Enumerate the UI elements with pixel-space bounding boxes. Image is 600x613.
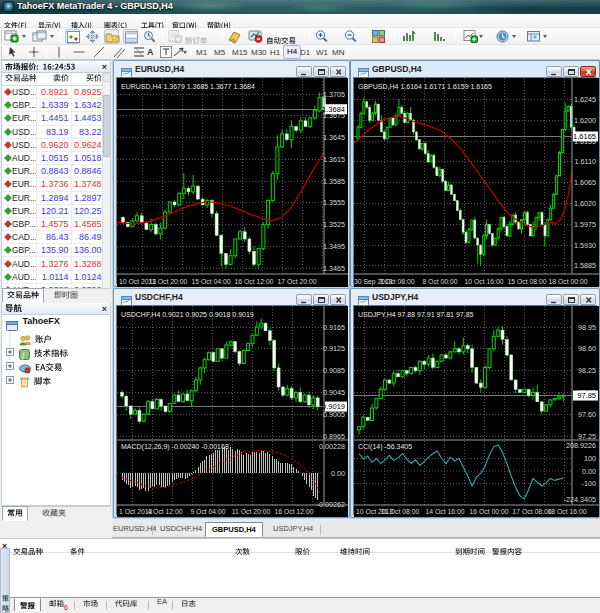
svg-text:EURUSD,H4 1.3679 1.3685 1.3677: EURUSD,H4 1.3679 1.3685 1.3677 1.3684 — [121, 83, 255, 90]
svg-text:1.3555: 1.3555 — [323, 198, 345, 207]
svg-text:9 Oct 04:00: 9 Oct 04:00 — [190, 508, 225, 515]
svg-text:18 Oct 00:00: 18 Oct 00:00 — [549, 278, 588, 285]
svg-text:11 Oct 20:00: 11 Oct 20:00 — [232, 508, 271, 515]
svg-text:4 Oct 12:00: 4 Oct 12:00 — [147, 508, 182, 515]
svg-text:11 Oct 08:00: 11 Oct 08:00 — [381, 508, 420, 515]
svg-text:-224.3405: -224.3405 — [564, 495, 596, 504]
svg-text:16 Oct 00:00: 16 Oct 00:00 — [470, 508, 509, 515]
svg-text:0.9165: 0.9165 — [323, 323, 345, 332]
svg-text:1.3495: 1.3495 — [323, 242, 345, 251]
svg-text:97.85: 97.85 — [577, 391, 596, 400]
svg-text:1.5930: 1.5930 — [574, 241, 596, 250]
svg-text:0.8965: 0.8965 — [323, 432, 345, 441]
svg-text:1.5975: 1.5975 — [574, 220, 596, 229]
svg-text:0.9019: 0.9019 — [322, 402, 345, 411]
svg-text:16 Oct 12:00: 16 Oct 12:00 — [235, 278, 274, 285]
svg-text:98.95: 98.95 — [578, 323, 596, 332]
svg-text:100: 100 — [584, 454, 596, 463]
svg-text:1.6020: 1.6020 — [574, 199, 596, 208]
svg-text:-0.00262: -0.00262 — [317, 500, 345, 509]
svg-text:1.3615: 1.3615 — [323, 155, 345, 164]
svg-text:1.6110: 1.6110 — [575, 157, 596, 166]
svg-text:98.25: 98.25 — [578, 366, 596, 375]
svg-text:1.3705: 1.3705 — [323, 90, 345, 99]
svg-text:18 Oct 16:00: 18 Oct 16:00 — [548, 508, 587, 515]
svg-text:1.6245: 1.6245 — [574, 95, 596, 104]
svg-text:15 Oct 04:00: 15 Oct 04:00 — [192, 278, 231, 285]
svg-text:10 Oct 16:00: 10 Oct 16:00 — [465, 278, 504, 285]
svg-text:97.25: 97.25 — [578, 432, 596, 441]
svg-text:1.5885: 1.5885 — [574, 261, 596, 270]
svg-text:1.3525: 1.3525 — [323, 220, 345, 229]
svg-text:-100: -100 — [582, 479, 596, 488]
svg-text:8 Oct 00:00: 8 Oct 00:00 — [422, 278, 457, 285]
svg-text:CCI(14) -56.3405: CCI(14) -56.3405 — [358, 443, 412, 451]
svg-text:0.00: 0.00 — [331, 469, 345, 478]
svg-text:GBPUSD,H4 1.6164 1.6171 1.6159: GBPUSD,H4 1.6164 1.6171 1.6159 1.6165 — [358, 83, 492, 90]
svg-text:0.9045: 0.9045 — [323, 388, 345, 397]
svg-text:3 Oct 08:00: 3 Oct 08:00 — [379, 278, 414, 285]
svg-text:16 Oct 12:00: 16 Oct 12:00 — [275, 508, 314, 515]
svg-text:15 Oct 08:00: 15 Oct 08:00 — [508, 278, 547, 285]
svg-text:USDCHF,H4 0.9021 0.9025 0.9018: USDCHF,H4 0.9021 0.9025 0.9018 0.9019 — [121, 311, 254, 318]
svg-text:11 Oct 20:00: 11 Oct 20:00 — [149, 278, 188, 285]
svg-text:98.60: 98.60 — [578, 344, 596, 353]
svg-text:0.9085: 0.9085 — [323, 366, 345, 375]
svg-text:USDJPY,H4 97.88 97.91 97.81 97: USDJPY,H4 97.88 97.91 97.81 97.85 — [358, 311, 474, 318]
svg-text:17 Oct 08:00: 17 Oct 08:00 — [513, 508, 552, 515]
svg-text:1.3465: 1.3465 — [323, 264, 345, 273]
svg-text:1.3585: 1.3585 — [323, 177, 345, 186]
svg-text:14 Oct 16:00: 14 Oct 16:00 — [426, 508, 465, 515]
svg-text:208.9226: 208.9226 — [566, 441, 596, 450]
svg-text:0.9125: 0.9125 — [323, 344, 345, 353]
svg-text:1.3645: 1.3645 — [323, 133, 345, 142]
svg-text:0.00228: 0.00228 — [319, 442, 345, 451]
svg-text:1.3684: 1.3684 — [322, 105, 345, 114]
svg-text:0.00: 0.00 — [582, 467, 596, 476]
svg-text:MACD(12,26,9) -0.00240 -0.0016: MACD(12,26,9) -0.00240 -0.00168 — [121, 443, 229, 451]
svg-text:17 Oct 20:00: 17 Oct 20:00 — [278, 278, 317, 285]
svg-text:1.6065: 1.6065 — [574, 178, 596, 187]
svg-text:1.6200: 1.6200 — [574, 116, 596, 125]
svg-text:1.6165: 1.6165 — [573, 132, 596, 141]
svg-text:97.60: 97.60 — [578, 410, 596, 419]
